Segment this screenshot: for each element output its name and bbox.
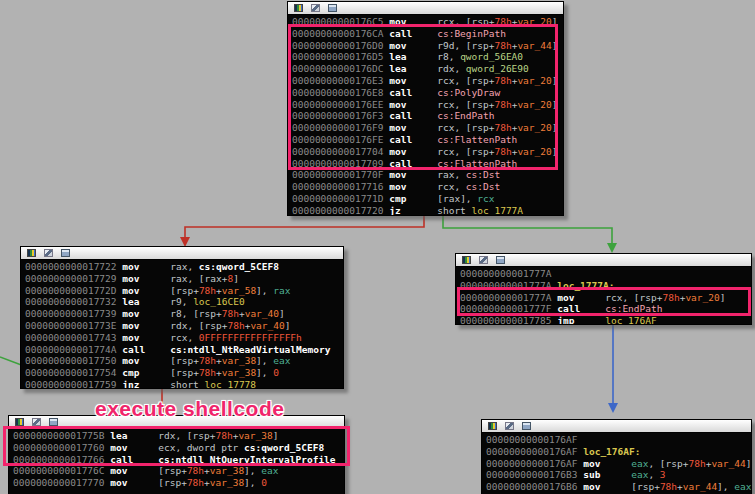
operand-token: 0 [261, 477, 267, 488]
operand-token: , [ [622, 292, 639, 303]
asm-line[interactable]: 00000000000176B6 mov[rsp+78h+var_44], ea… [482, 481, 751, 493]
operand-token: loc_17778 [205, 379, 256, 389]
address: 0000000000017759 [25, 379, 122, 389]
asm-line[interactable]: 0000000000017770 mov[rsp+78h+var_38], 0 [9, 477, 344, 489]
asm-line[interactable]: 000000000001777F callcs:EndPath [456, 303, 751, 315]
asm-line[interactable]: 00000000000176D5 lear8, qword_56EA0 [288, 51, 563, 63]
operand-token: rsp [176, 367, 193, 378]
node-edit-icon[interactable] [311, 4, 320, 12]
basic-block-176c5[interactable]: 00000000000176C5 movrcx, [rsp+78h+var_20… [287, 1, 564, 216]
operand-token: rsp [164, 477, 181, 488]
asm-line[interactable]: 000000000001777A loc_1777A: [456, 280, 751, 292]
node-chart-icon[interactable] [462, 256, 471, 264]
operand-token: 78h [215, 430, 232, 441]
basic-block-1775b[interactable]: 000000000001775B leardx, [rsp+78h+var_38… [8, 415, 345, 494]
node-title-bar[interactable] [456, 254, 751, 267]
asm-line[interactable]: 0000000000017729 movrax, [rax+8] [21, 273, 343, 285]
asm-line[interactable]: 0000000000017709 callcs:FlattenPath [288, 158, 563, 170]
node-edit-icon[interactable] [44, 249, 53, 257]
asm-line[interactable]: 0000000000017720 jzshort loc_1777A [288, 205, 563, 216]
asm-line[interactable]: 000000000001776C mov[rsp+78h+var_38], ea… [9, 465, 344, 477]
asm-line[interactable]: 000000000001777A movrcx, [rsp+78h+var_20… [456, 292, 751, 304]
node-chart-icon[interactable] [27, 249, 36, 257]
operand-token: rsp [472, 146, 489, 157]
node-image-icon[interactable] [49, 418, 58, 426]
operand-token: var_40 [245, 308, 279, 319]
asm-line[interactable]: 0000000000017722 movrax, cs:qword_5CEF8 [21, 261, 343, 273]
node-chart-icon[interactable] [488, 422, 497, 430]
node-image-icon[interactable] [61, 249, 70, 257]
operand-token: rsp [199, 308, 216, 319]
graph-canvas[interactable]: execute shellcode 00000000000176C5 movrc… [0, 0, 755, 494]
asm-line[interactable]: 000000000001771D cmp[rax], rcx [288, 193, 563, 205]
operand-token: rcx [437, 16, 454, 27]
asm-line[interactable]: 0000000000017760 movecx, dword ptr cs:qw… [9, 442, 344, 454]
operand-token: , [ [175, 430, 192, 441]
asm-line[interactable]: 00000000000176E3 movrcx, [rsp+78h+var_20… [288, 75, 563, 87]
node-edit-icon[interactable] [505, 422, 514, 430]
address: 00000000000176C5 [292, 16, 389, 27]
asm-line[interactable]: 00000000000176C5 movrcx, [rsp+78h+var_20… [288, 16, 563, 28]
operand-token: cs:Dst [466, 169, 500, 180]
node-chart-icon[interactable] [15, 418, 24, 426]
address: 0000000000017722 [25, 261, 122, 272]
asm-line[interactable]: 0000000000017750 mov[rsp+78h+var_38], ea… [21, 355, 343, 367]
operand-token: rcx [477, 193, 494, 204]
asm-line[interactable]: 000000000001775B leardx, [rsp+78h+var_38… [9, 430, 344, 442]
node-edit-icon[interactable] [479, 256, 488, 264]
asm-line[interactable]: 00000000000176F3 callcs:EndPath [288, 110, 563, 122]
asm-line[interactable]: 0000000000017716 movrcx, cs:Dst [288, 181, 563, 193]
asm-line[interactable]: 000000000001772D mov[rsp+78h+var_58], ra… [21, 285, 343, 297]
asm-line[interactable]: 00000000000176E8 callcs:PolyDraw [288, 87, 563, 99]
node-title-bar[interactable] [288, 2, 563, 15]
node-image-icon[interactable] [522, 422, 531, 430]
asm-line[interactable]: 00000000000176D0 movr9d, [rsp+78h+var_44… [288, 40, 563, 52]
basic-block-1777a[interactable]: 000000000001777A 000000000001777A loc_17… [455, 253, 752, 325]
address: 00000000000176FE [292, 134, 389, 145]
node-chart-icon[interactable] [294, 4, 303, 12]
operand-token: rsp [666, 458, 683, 469]
node-image-icon[interactable] [328, 4, 337, 12]
mnemonic: call [389, 28, 437, 40]
asm-line[interactable]: 00000000000176DC leardx, qword_26E90 [288, 63, 563, 75]
asm-line[interactable]: 00000000000176B3 subeax, 3 [482, 469, 751, 481]
asm-line[interactable]: 00000000000176AF loc_176AF: [482, 446, 751, 458]
node-title-bar[interactable] [21, 247, 343, 260]
mnemonic: mov [122, 261, 170, 273]
operand-token: rdx [437, 63, 454, 74]
basic-block-17722[interactable]: 0000000000017722 movrax, cs:qword_5CEF80… [20, 246, 344, 389]
operand-token: rsp [472, 40, 489, 51]
asm-line[interactable]: 00000000000176AF moveax, [rsp+78h+var_44… [482, 458, 751, 470]
node-edit-icon[interactable] [32, 418, 41, 426]
operand-token: rax [170, 261, 187, 272]
basic-block-176af[interactable]: 00000000000176AF 00000000000176AF loc_17… [481, 419, 752, 494]
asm-line[interactable]: 00000000000176F9 movrcx, [rsp+78h+var_20… [288, 122, 563, 134]
asm-line[interactable]: 0000000000017754 cmp[rsp+78h+var_38], 0 [21, 367, 343, 379]
node-image-icon[interactable] [496, 256, 505, 264]
asm-line[interactable]: 000000000001770F movrax, cs:Dst [288, 169, 563, 181]
operand-token: var_20 [517, 99, 551, 110]
address: 000000000001770F [292, 169, 389, 180]
operand-token: eax [631, 458, 648, 469]
asm-line[interactable]: 0000000000017732 lear9, loc_16CE0 [21, 296, 343, 308]
asm-line[interactable]: 00000000000176FE callcs:FlattenPath [288, 134, 563, 146]
asm-line[interactable]: 00000000000176CA callcs:BeginPath [288, 28, 563, 40]
asm-line[interactable]: 000000000001777A [456, 268, 751, 280]
node-title-bar[interactable] [482, 420, 751, 433]
asm-line[interactable]: 0000000000017759 jnzshort loc_17778 [21, 379, 343, 389]
operand-token: 78h [227, 320, 244, 331]
asm-line[interactable]: 0000000000017766 callcs:ntdll_NtQueryInt… [9, 454, 344, 466]
operand-token: r9d [437, 40, 454, 51]
asm-line[interactable]: 0000000000017743 movrcx, 0FFFFFFFFFFFFFF… [21, 332, 343, 344]
asm-line[interactable]: 0000000000017785 jmploc_176AF [456, 315, 751, 325]
operand-token: short [170, 379, 204, 389]
asm-line[interactable]: 0000000000017739 movr8, [rsp+78h+var_40] [21, 308, 343, 320]
ida-graph-view: { "annotation": { "text": "execute shell… [0, 0, 755, 494]
asm-line[interactable]: 00000000000176AF [482, 434, 751, 446]
operand-token: qword_26E90 [466, 63, 529, 74]
asm-line[interactable]: 000000000001773E movrdx, [rsp+78h+var_40… [21, 320, 343, 332]
asm-line[interactable]: 000000000001774A callcs:ntdll_NtReadVirt… [21, 344, 343, 356]
address: 0000000000017729 [25, 273, 122, 284]
asm-line[interactable]: 00000000000176EE movrcx, [rsp+78h+var_20… [288, 99, 563, 111]
asm-line[interactable]: 0000000000017704 movrcx, [rsp+78h+var_20… [288, 146, 563, 158]
